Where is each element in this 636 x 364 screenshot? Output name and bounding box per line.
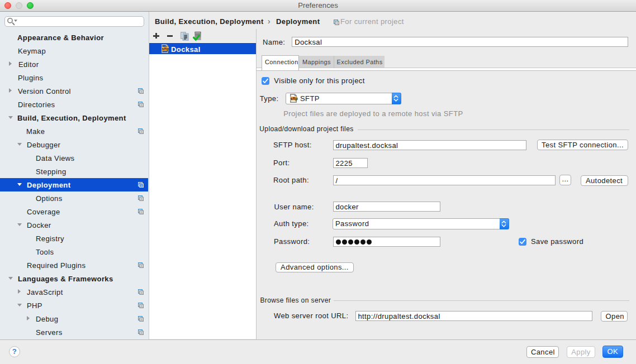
svg-text:sftp: sftp — [162, 46, 169, 51]
svg-text:sftp: sftp — [291, 96, 298, 101]
